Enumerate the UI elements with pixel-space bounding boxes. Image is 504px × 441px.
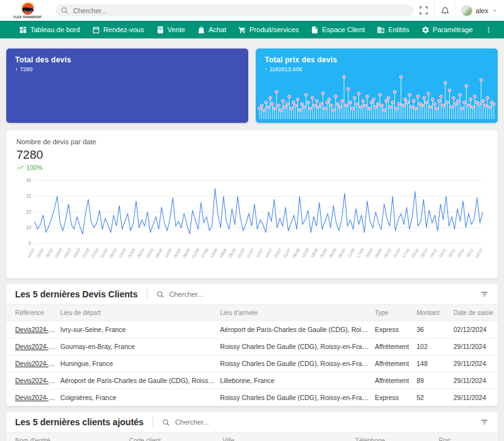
clients-filter-button[interactable]	[480, 418, 489, 427]
clients-table-search	[162, 418, 480, 427]
svg-text:24/08: 24/08	[319, 247, 328, 258]
nav-item-label: Rendez-vous	[103, 26, 144, 33]
montant-cell: 148	[416, 355, 454, 372]
fullscreen-button[interactable]	[413, 0, 434, 21]
date-cell: 29/11/2024	[454, 389, 498, 406]
nav-item-rendez-vous[interactable]: Rendez-vous	[92, 26, 144, 34]
dashboard-content: Total des devis ↑ 7280 Total prix des de…	[0, 38, 504, 441]
svg-text:20/05: 20/05	[173, 247, 181, 258]
logo-text: FLEX TRANSPORT	[14, 16, 42, 19]
main-nav: Tableau de bordRendez-vousVenteAchatProd…	[0, 21, 504, 38]
date-cell: 02/12/2024	[454, 321, 498, 338]
arrivee-cell: Roissy Charles De Gaulle (CDG), Roissy-e…	[220, 338, 375, 355]
clients-table-header: Les 5 dernières clients ajoutés	[6, 412, 498, 432]
svg-text:17/09: 17/09	[355, 247, 364, 258]
svg-text:12/08: 12/08	[301, 247, 309, 258]
svg-text:26/05: 26/05	[182, 247, 191, 258]
table-row: Devis2024-0002426Coignières, FranceRoiss…	[6, 389, 498, 406]
trend-up-icon	[16, 164, 24, 171]
devis-reference-link[interactable]: Devis2024-0002427	[15, 360, 60, 367]
search-icon	[162, 418, 170, 427]
arrivee-cell: Lillebonne, France	[220, 372, 375, 389]
more-vertical-icon	[484, 26, 493, 34]
search-icon	[156, 290, 164, 299]
nav-item-entites[interactable]: Entités	[377, 26, 410, 34]
svg-text:07/07: 07/07	[246, 247, 255, 258]
devis-table-body: Devis2024-0002429Ivry-sur-Seine, FranceA…	[6, 321, 498, 406]
svg-text:14/02: 14/02	[26, 247, 35, 258]
chart-trend: 100%	[16, 164, 488, 171]
devis-table-header: Les 5 dernières Devis Clients	[6, 284, 498, 304]
column-header: Téléphone	[355, 433, 439, 441]
svg-text:02/12: 02/12	[474, 247, 483, 258]
nav-item-label: Achat	[209, 26, 226, 33]
svg-text:11/10: 11/10	[392, 247, 401, 258]
date-cell: 29/11/2024	[454, 372, 498, 389]
montant-cell: 36	[416, 321, 454, 338]
search-icon	[60, 6, 69, 14]
column-header: État	[438, 433, 498, 441]
date-cell: 29/11/2024	[454, 355, 498, 372]
stat-cards-row: Total des devis ↑ 7280 Total prix des de…	[6, 49, 498, 123]
chart-total: 7280	[16, 148, 488, 162]
clients-table-title: Les 5 dernières clients ajoutés	[15, 417, 144, 427]
nav-more-button[interactable]	[484, 26, 493, 34]
chevron-down-icon	[491, 8, 498, 14]
svg-text:30/08: 30/08	[328, 247, 337, 258]
card-title: Total prix des devis	[265, 55, 489, 64]
svg-text:13/06: 13/06	[209, 247, 218, 258]
svg-text:23/10: 23/10	[410, 247, 419, 258]
devis-search-input[interactable]	[169, 290, 295, 298]
devis-filter-button[interactable]	[480, 290, 489, 299]
svg-text:0: 0	[28, 241, 31, 246]
nav-item-vente[interactable]: Vente	[156, 26, 185, 34]
arrivee-cell: Roissy Charles De Gaulle (CDG), Roissy-e…	[220, 355, 375, 372]
svg-text:04/11: 04/11	[429, 247, 438, 258]
svg-text:19/07: 19/07	[264, 247, 273, 258]
devis-table-head-row: RéférenceLieu de départLieu d'arrivéeTyp…	[6, 305, 498, 321]
svg-text:14/04: 14/04	[118, 247, 127, 258]
user-menu[interactable]: alex	[455, 0, 504, 21]
table-row: Devis2024-0002428Gournay-en-Bray, France…	[6, 338, 498, 355]
svg-text:23/09: 23/09	[365, 247, 374, 258]
nav-item-parametrage[interactable]: Paramétrage	[421, 26, 473, 34]
svg-text:21/03: 21/03	[81, 247, 90, 258]
svg-text:05/10: 05/10	[383, 247, 392, 258]
svg-text:01/07: 01/07	[237, 247, 246, 258]
devis-table-card: Les 5 dernières Devis Clients RéférenceL…	[6, 284, 498, 406]
type-cell: Affrètement	[375, 338, 416, 355]
depart-cell: Huningue, France	[60, 355, 220, 372]
column-header: Lieu de départ	[60, 305, 220, 321]
svg-text:02/05: 02/05	[146, 247, 154, 258]
arrivee-cell: Aéroport de Paris-Charles de Gaulle (CDG…	[220, 321, 375, 338]
devis-table-search	[156, 290, 480, 299]
nav-item-achat[interactable]: Achat	[197, 26, 226, 34]
nav-item-label: Paramétrage	[433, 26, 473, 33]
app-logo[interactable]: FLEX TRANSPORT	[0, 2, 55, 19]
arrow-up-icon: ↑	[15, 66, 18, 72]
clients-search-input[interactable]	[175, 418, 301, 426]
svg-text:25/06: 25/06	[227, 247, 236, 258]
svg-text:25/07: 25/07	[273, 247, 282, 258]
search-input[interactable]	[73, 7, 408, 14]
devis-reference-link[interactable]: Devis2024-0002428	[15, 343, 60, 350]
depart-cell: Gournay-en-Bray, France	[60, 338, 220, 355]
settings-icon	[421, 26, 430, 34]
column-header: Date de saisie	[454, 305, 498, 321]
devis-reference-link[interactable]: Devis2024-0002426	[15, 394, 60, 401]
devis-reference-link[interactable]: Devis2024-0002427	[15, 377, 60, 384]
nav-item-label: Espace Client	[322, 26, 365, 33]
nav-item-produit-services[interactable]: Produit/services	[238, 26, 299, 34]
svg-text:31/07: 31/07	[282, 247, 291, 258]
dashboard-icon	[19, 26, 27, 34]
nav-item-tableau-de-bord[interactable]: Tableau de bord	[19, 26, 80, 34]
bell-icon	[440, 6, 450, 15]
column-header: Type	[375, 305, 416, 321]
notifications-button[interactable]	[434, 0, 455, 21]
clients-table: Nom d'entitéCode clientVilleTéléphoneÉta…	[6, 432, 498, 441]
total-devis-card: Total des devis ↑ 7280	[6, 49, 248, 123]
devis-reference-link[interactable]: Devis2024-0002429	[15, 326, 60, 333]
global-search	[55, 4, 413, 16]
nav-item-espace-client[interactable]: Espace Client	[311, 26, 365, 34]
user-name: alex	[476, 7, 488, 14]
